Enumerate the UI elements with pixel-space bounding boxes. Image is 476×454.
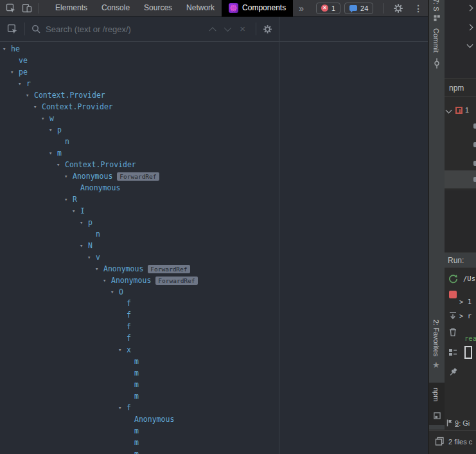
toolwindow-commit-button[interactable]: Commit [432,28,440,53]
expand-arrow-icon[interactable]: ▾ [80,240,88,251]
error-badge[interactable]: × 1 [316,3,340,14]
expand-arrow-icon[interactable]: ▾ [18,78,26,89]
component-name: n [96,230,100,239]
expand-arrow-icon[interactable]: ▾ [49,124,57,136]
device-toolbar-icon[interactable] [22,3,32,14]
toolwindow-structure-button[interactable]: 7: S [432,0,440,12]
view-settings-gear-icon[interactable] [263,24,272,34]
tree-row[interactable]: f [0,309,279,321]
expand-arrow-icon[interactable]: ▾ [10,66,19,78]
tab-sources[interactable]: Sources [137,0,179,17]
tab-console[interactable]: Console [94,0,137,17]
tree-row[interactable]: f [0,321,279,332]
chevron-right-icon[interactable] [467,24,473,31]
tree-row[interactable]: ▾R [0,194,279,205]
tree-row[interactable]: ▾AnonymousForwardRef [0,275,279,286]
kebab-menu-icon[interactable]: ⋮ [409,3,428,14]
expand-arrow-icon[interactable]: ▾ [118,402,127,413]
tree-row[interactable]: m [0,367,279,379]
panel-empty-area [445,190,476,252]
tree-row[interactable]: ▾p [0,217,279,228]
expand-arrow-icon[interactable]: ▾ [87,251,96,263]
expand-arrow-icon[interactable]: ▾ [80,217,88,228]
tree-row[interactable]: ▾Context.Provider [0,101,279,113]
npm-panel-title: npm [449,84,464,93]
chevron-down-icon[interactable] [446,107,452,113]
tree-row[interactable]: f [0,332,279,344]
npm-script-icon[interactable] [473,161,476,166]
tree-row[interactable]: m [0,356,279,367]
tree-row[interactable]: m [0,425,279,437]
console-line: > r [459,312,472,320]
tree-row[interactable]: ▾he [0,43,279,55]
chevron-down-icon[interactable] [467,42,473,48]
tree-row[interactable]: ▾v [0,251,279,263]
expand-arrow-icon[interactable]: ▾ [41,113,49,124]
tree-row[interactable]: ▾O [0,286,279,298]
npm-script-icon[interactable] [473,142,476,147]
layout-blocks-icon[interactable] [448,348,457,357]
expand-arrow-icon[interactable]: ▾ [64,194,73,205]
tree-row[interactable]: ▾x [0,344,279,356]
git-toolwindow-button[interactable]: 9: Gi [446,419,470,427]
expand-arrow-icon[interactable]: ▾ [118,344,127,356]
select-element-picker-icon[interactable] [6,23,18,35]
inspect-element-icon[interactable] [6,3,16,14]
tree-row[interactable]: n [0,136,279,147]
clear-search-icon[interactable]: × [240,24,245,33]
message-badge[interactable]: 24 [344,3,373,14]
tree-row[interactable]: ▾r [0,78,279,89]
tree-row[interactable]: ▾w [0,113,279,124]
expand-arrow-icon[interactable]: ▾ [72,205,80,217]
expand-arrow-icon[interactable]: ▾ [26,89,34,101]
tree-row[interactable]: ▾m [0,147,279,159]
rerun-icon[interactable] [448,274,458,284]
npm-script-icon[interactable] [473,123,476,129]
tree-row[interactable]: ▾I [0,205,279,217]
previous-result-icon[interactable] [209,27,216,34]
tree-row[interactable]: m [0,379,279,390]
expand-arrow-icon[interactable]: ▾ [95,263,103,275]
more-tabs-button[interactable]: » [293,3,310,14]
search-input[interactable] [46,24,207,34]
pin-icon[interactable] [448,367,459,377]
tree-row[interactable]: ▾Context.Provider [0,159,279,170]
stop-icon[interactable] [449,291,457,298]
tree-row[interactable]: m [0,437,279,448]
tab-components[interactable]: Components [222,0,293,17]
tree-row[interactable]: Anonymous [0,413,279,425]
tree-row[interactable]: ▾f [0,402,279,413]
tree-row[interactable]: n [0,228,279,240]
next-result-icon[interactable] [224,24,231,32]
tree-row[interactable]: Anonymous [0,182,279,194]
tree-row[interactable]: ▾AnonymousForwardRef [0,170,279,182]
toolwindow-npm-button[interactable]: npm [429,383,445,425]
tree-row[interactable]: m [0,390,279,402]
tree-row[interactable]: ve [0,55,279,66]
expand-arrow-icon[interactable]: ▾ [103,275,111,286]
tab-elements[interactable]: Elements [48,0,94,17]
tree-row[interactable]: ▾AnonymousForwardRef [0,263,279,275]
npm-script-selected-row[interactable] [445,170,476,188]
settings-gear-icon[interactable] [392,3,404,14]
chevron-right-icon[interactable] [467,5,473,12]
expand-arrow-icon[interactable]: ▾ [64,170,73,182]
tree-row[interactable]: f [0,298,279,309]
tree-row[interactable]: ▾pe [0,66,279,78]
tab-network[interactable]: Network [179,0,222,17]
expand-arrow-icon[interactable]: ▾ [3,43,11,55]
tree-row[interactable]: ▾p [0,124,279,136]
expand-arrow-icon[interactable]: ▾ [33,101,42,113]
expand-arrow-icon[interactable]: ▾ [110,286,119,298]
star-icon[interactable]: ★ [432,360,440,370]
trash-icon[interactable] [448,327,457,337]
toolwindow-favorites-button[interactable]: 2: Favorites [432,320,440,356]
npm-package-row[interactable]: 1 [445,104,476,116]
tree-row[interactable]: ▾N [0,240,279,251]
expand-arrow-icon[interactable]: ▾ [57,159,65,170]
scroll-to-end-icon[interactable] [448,311,457,320]
expand-arrow-icon[interactable]: ▾ [49,147,57,159]
tree-row[interactable]: ▾Context.Provider [0,89,279,101]
react-devtools-components: × ▾heve▾pe▾r▾Context.Provider▾Context.Pr… [0,17,428,454]
tree-row[interactable]: m [0,448,279,454]
